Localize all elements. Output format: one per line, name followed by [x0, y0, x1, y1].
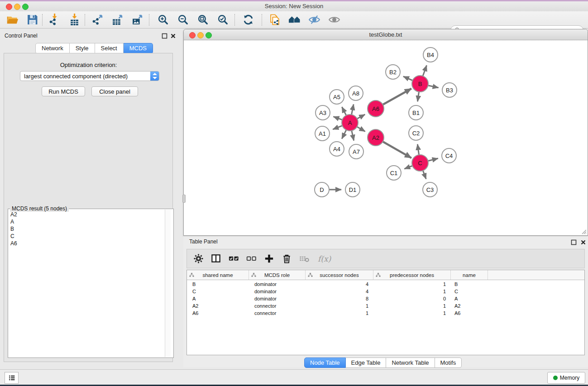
table-row-A2[interactable]: A2connector11A2: [187, 302, 584, 310]
network-zoom-traffic-light[interactable]: [206, 32, 212, 38]
table-cell[interactable]: A: [187, 295, 249, 302]
table-cell[interactable]: 0: [373, 295, 451, 302]
mcds-result-item[interactable]: A6: [10, 240, 17, 247]
hide-selected-eye-icon[interactable]: [306, 13, 322, 27]
graph-node-A7[interactable]: A7: [349, 144, 363, 159]
result-scrollbar[interactable]: [165, 210, 171, 357]
column-header-predecessor-nodes[interactable]: predecessor nodes: [373, 270, 451, 280]
table-float-panel-icon[interactable]: [571, 239, 577, 245]
column-header-MCDS-role[interactable]: MCDS role: [249, 270, 306, 280]
table-cell[interactable]: 1: [373, 302, 451, 310]
graph-node-A1[interactable]: A1: [315, 126, 330, 141]
export-table-icon[interactable]: [110, 13, 126, 27]
table-row-A6[interactable]: A6connector11A6: [187, 310, 584, 317]
table-cell[interactable]: 4: [306, 281, 373, 288]
tab-select[interactable]: Select: [95, 43, 124, 54]
zoom-in-icon[interactable]: [155, 13, 171, 27]
column-header-successor-nodes[interactable]: successor nodes: [306, 270, 373, 280]
main-titlebar[interactable]: Session: New Session: [0, 1, 588, 11]
table-cell[interactable]: 1: [373, 281, 451, 288]
criterion-dropdown[interactable]: largest connected component (directed): [20, 71, 159, 81]
float-panel-icon[interactable]: [162, 33, 167, 38]
mcds-result-item[interactable]: B: [10, 225, 17, 233]
run-mcds-button[interactable]: Run MCDS: [42, 86, 85, 96]
table-row-B[interactable]: Bdominator41B: [187, 281, 584, 288]
graph-node-C1[interactable]: C1: [387, 166, 401, 180]
graph-node-C2[interactable]: C2: [409, 126, 423, 140]
save-session-icon[interactable]: [24, 13, 40, 27]
table-cell[interactable]: A2: [187, 302, 249, 310]
clone-network-icon[interactable]: [266, 13, 282, 27]
graph-node-C[interactable]: C: [412, 155, 428, 171]
graph-node-A2[interactable]: A2: [368, 129, 384, 146]
deselect-all-checkboxes-icon[interactable]: [245, 253, 257, 265]
graph-node-C4[interactable]: C4: [442, 148, 456, 163]
settings-gear-icon[interactable]: [192, 253, 204, 265]
graph-node-A5[interactable]: A5: [330, 90, 344, 104]
graph-node-A6[interactable]: A6: [368, 100, 384, 117]
table-cell[interactable]: 4: [306, 288, 373, 295]
task-history-button[interactable]: [5, 372, 19, 384]
mcds-result-item[interactable]: C: [10, 233, 17, 240]
select-all-checkboxes-icon[interactable]: [228, 253, 239, 265]
table-cell[interactable]: B: [187, 281, 249, 288]
graph-node-A8[interactable]: A8: [349, 86, 363, 100]
table-cell[interactable]: A6: [187, 310, 249, 317]
function-builder-button[interactable]: f(x): [316, 254, 331, 263]
network-close-traffic-light[interactable]: [189, 32, 196, 38]
table-cell[interactable]: B: [451, 281, 488, 288]
minimize-traffic-light[interactable]: [14, 4, 20, 10]
import-network-icon[interactable]: [46, 13, 62, 27]
table-cell[interactable]: 8: [306, 295, 373, 302]
table-cell[interactable]: A6: [451, 310, 488, 317]
table-row-A[interactable]: Adominator80A: [187, 295, 584, 302]
network-window-titlebar[interactable]: testGlobe.txt: [184, 29, 588, 40]
tab-network-table[interactable]: Network Table: [386, 357, 435, 368]
graph-node-B[interactable]: B: [412, 76, 428, 92]
column-header-name[interactable]: name: [451, 270, 488, 280]
session-home-icon[interactable]: [286, 13, 302, 27]
close-traffic-light[interactable]: [6, 4, 12, 10]
export-image-icon[interactable]: [129, 13, 146, 27]
open-session-icon[interactable]: [4, 13, 20, 27]
graph-node-A4[interactable]: A4: [330, 142, 344, 156]
table-cell[interactable]: dominator: [249, 281, 306, 288]
tab-mcds[interactable]: MCDS: [124, 43, 153, 54]
zoom-out-icon[interactable]: [175, 13, 191, 27]
table-row-C[interactable]: Cdominator41C: [187, 288, 584, 295]
table-cell[interactable]: A: [451, 295, 488, 302]
tab-style[interactable]: Style: [70, 43, 95, 54]
graph-node-A3[interactable]: A3: [316, 105, 330, 120]
network-minimize-traffic-light[interactable]: [197, 32, 204, 38]
table-cell[interactable]: dominator: [249, 288, 306, 295]
graph-node-D1[interactable]: D1: [345, 182, 360, 197]
delete-column-icon[interactable]: [281, 253, 292, 265]
window-resize-grip[interactable]: [581, 229, 587, 234]
network-graph-canvas[interactable]: AA1A2A3A4A5A6A7A8BB1B2B3B4CC1C2C3C4DD1: [184, 40, 588, 235]
table-cell[interactable]: 1: [306, 302, 373, 310]
graph-node-A[interactable]: A: [342, 114, 358, 131]
table-cell[interactable]: 1: [373, 288, 451, 295]
import-table-icon[interactable]: [66, 13, 82, 27]
column-header-shared-name[interactable]: shared name: [187, 270, 249, 280]
table-close-panel-icon[interactable]: [580, 239, 586, 245]
close-panel-button[interactable]: Close panel: [91, 86, 138, 96]
zoom-traffic-light[interactable]: [22, 4, 29, 10]
graph-node-D[interactable]: D: [315, 182, 329, 197]
zoom-selected-icon[interactable]: [215, 13, 231, 27]
tab-motifs[interactable]: Motifs: [435, 357, 462, 368]
tab-network[interactable]: Network: [35, 43, 70, 54]
show-eye-icon[interactable]: [326, 13, 342, 27]
canvas-scroll-nub[interactable]: [182, 195, 186, 203]
table-cell[interactable]: dominator: [249, 295, 306, 302]
close-panel-icon[interactable]: [170, 33, 176, 38]
mcds-result-item[interactable]: A: [10, 218, 17, 225]
memory-button[interactable]: Memory: [547, 372, 585, 384]
table-cell[interactable]: connector: [249, 302, 306, 310]
tab-edge-table[interactable]: Edge Table: [346, 357, 387, 368]
zoom-fit-icon[interactable]: [195, 13, 211, 27]
refresh-layout-icon[interactable]: [240, 13, 256, 27]
mcds-result-item[interactable]: A2: [10, 211, 17, 218]
graph-node-B4[interactable]: B4: [423, 48, 438, 62]
graph-node-B3[interactable]: B3: [442, 83, 457, 97]
